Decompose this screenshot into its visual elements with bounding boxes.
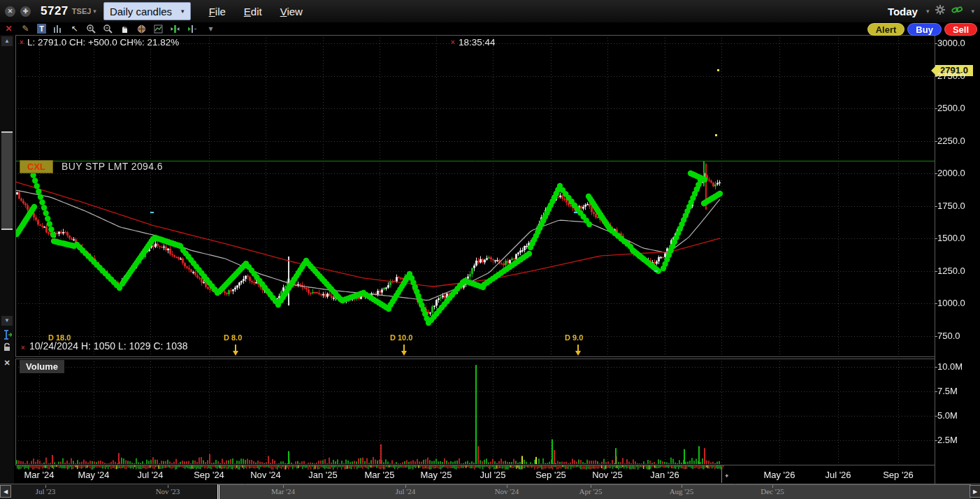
- x-icon: ✕: [3, 359, 10, 368]
- dividend-arrow-icon: [233, 351, 238, 356]
- volume-axis-label: 5.0M: [937, 410, 958, 421]
- period-caret-icon: ▾: [181, 8, 185, 15]
- link-icon[interactable]: [951, 5, 963, 17]
- dismiss-time-icon[interactable]: ×: [451, 38, 455, 46]
- navigator-left-button[interactable]: ◀: [0, 485, 11, 498]
- volume-pane-label: Volume: [20, 360, 64, 373]
- split-left-icon[interactable]: [170, 24, 180, 34]
- month-axis-label: Sep '25: [526, 470, 575, 480]
- navigator-date-label: Mar '24: [255, 487, 311, 496]
- symbol-label[interactable]: 5727: [41, 4, 69, 18]
- toolbar-caret-icon[interactable]: ▾: [206, 24, 216, 34]
- cancel-order-button[interactable]: CXL: [20, 160, 53, 173]
- trading-chart-window: ✕ ✚ 5727 TSEJ ▾ Daily candles ▾ File Edi…: [0, 0, 980, 499]
- scrollbar-thumb[interactable]: [1, 131, 13, 230]
- zoom-out-icon[interactable]: [103, 24, 113, 34]
- navigator-tick: [772, 485, 773, 488]
- indicator-panel-icon[interactable]: [153, 24, 164, 34]
- dividend-arrow-icon: [235, 345, 236, 351]
- month-axis-label: Nov '25: [583, 470, 632, 480]
- month-axis-label: Sep '26: [874, 470, 923, 480]
- month-axis-label: Jul '25: [468, 470, 517, 480]
- lock-icon[interactable]: [1, 342, 13, 352]
- dividend-arrow-icon: [575, 351, 581, 356]
- menu-file[interactable]: File: [209, 6, 226, 17]
- scroll-up-button[interactable]: ▲: [1, 36, 13, 46]
- today-marker-icon: ✦: [724, 472, 730, 479]
- navigator-tick: [45, 485, 46, 488]
- sell-button[interactable]: Sell: [944, 23, 977, 36]
- draw-tool-icon[interactable]: ✎: [20, 24, 31, 34]
- settings-gear-icon[interactable]: [935, 5, 945, 17]
- month-axis-label: Mar '24: [15, 470, 64, 480]
- price-axis-label: 1750.0: [937, 201, 965, 211]
- chart-type-icon[interactable]: [52, 24, 63, 34]
- dismiss-status-icon[interactable]: ×: [21, 344, 25, 352]
- crosshair-icon[interactable]: [136, 24, 147, 34]
- period-value: Daily candles: [110, 6, 172, 17]
- alert-button[interactable]: Alert: [867, 23, 905, 36]
- add-window-icon[interactable]: ✚: [20, 6, 31, 17]
- price-axis-label: 750.0: [937, 331, 960, 341]
- price-axis-label: 1500.0: [937, 233, 965, 243]
- right-arrow-icon: ▶: [973, 489, 977, 495]
- down-arrow-icon: ▼: [4, 317, 10, 324]
- month-axis-label: Nov '24: [241, 470, 290, 480]
- navigator-tick: [168, 485, 168, 488]
- navigator-tick: [507, 485, 507, 488]
- exchange-label: TSEJ: [72, 7, 92, 15]
- volume-axis-label: 10.0M: [937, 361, 963, 372]
- order-label: BUY STP LMT 2094.6: [62, 161, 163, 172]
- buy-button[interactable]: Buy: [907, 23, 942, 36]
- vertical-scrollbar[interactable]: ▲ ▼ ✕: [0, 35, 14, 484]
- chart-toolbar: ✕ ✎ T ↖ ▾: [0, 22, 980, 35]
- zoom-in-icon[interactable]: [86, 24, 96, 34]
- split-right-icon[interactable]: [187, 24, 197, 34]
- price-axis-label: 2750.0: [937, 71, 965, 81]
- close-drawing-icon[interactable]: ✕: [3, 24, 14, 34]
- pan-hand-icon[interactable]: [120, 24, 130, 34]
- price-axis-label: 1000.0: [937, 298, 965, 308]
- navigator-date-label: Jul '23: [17, 487, 73, 496]
- navigator-date-label: Nov '24: [479, 487, 535, 496]
- autoscale-icon[interactable]: [1, 329, 13, 340]
- volume-axis-label: 2.5M: [937, 435, 958, 445]
- dividend-arrow-icon: [401, 351, 407, 356]
- title-bar: ✕ ✚ 5727 TSEJ ▾ Daily candles ▾ File Edi…: [0, 0, 980, 22]
- month-axis-label: May '26: [755, 470, 804, 480]
- pointer-tool-icon[interactable]: ↖: [69, 24, 80, 34]
- price-axis-label: 3000.0: [937, 38, 965, 48]
- close-volume-pane-icon[interactable]: ✕: [1, 358, 13, 368]
- more-caret-icon[interactable]: ▾: [971, 8, 974, 15]
- navigator-right-button[interactable]: ▶: [970, 485, 980, 498]
- month-axis-label: Jul '26: [814, 470, 863, 480]
- left-arrow-icon: ◀: [3, 489, 8, 495]
- range-caret-icon[interactable]: ▾: [926, 8, 930, 15]
- menu-edit[interactable]: Edit: [244, 6, 262, 17]
- month-axis-label: May '25: [412, 470, 461, 480]
- menu-view[interactable]: View: [280, 6, 303, 17]
- dividend-annotation-label: D 8.0: [224, 333, 242, 342]
- dividend-arrow-icon: [577, 345, 579, 351]
- month-axis-label: Sep '24: [185, 470, 233, 480]
- navigator-date-label: Aug '25: [654, 487, 709, 496]
- navigator-tick: [682, 485, 682, 488]
- dismiss-info-icon[interactable]: ×: [20, 38, 24, 46]
- scroll-down-button[interactable]: ▼: [1, 316, 13, 326]
- navigator-tick: [591, 485, 591, 488]
- symbol-caret-icon[interactable]: ▾: [93, 8, 96, 15]
- chart-canvas[interactable]: [0, 0, 980, 499]
- navigator-date-label: Apr '25: [563, 487, 619, 496]
- text-tool-icon[interactable]: T: [37, 24, 46, 34]
- dividend-annotation-label: D 18.0: [48, 333, 71, 342]
- dividend-annotation-label: D 10.0: [390, 333, 412, 342]
- month-axis-label: Jan '26: [640, 470, 689, 480]
- range-selector[interactable]: Today: [888, 6, 918, 17]
- month-axis-label: Jan '25: [298, 470, 347, 480]
- month-axis-label: Jul '24: [126, 470, 175, 480]
- month-axis-label: Mar '25: [355, 470, 404, 480]
- close-window-icon[interactable]: ✕: [5, 6, 15, 17]
- price-axis-label: 2250.0: [937, 136, 965, 146]
- price-axis-label: 1250.0: [937, 266, 965, 276]
- period-dropdown[interactable]: Daily candles ▾: [103, 2, 191, 20]
